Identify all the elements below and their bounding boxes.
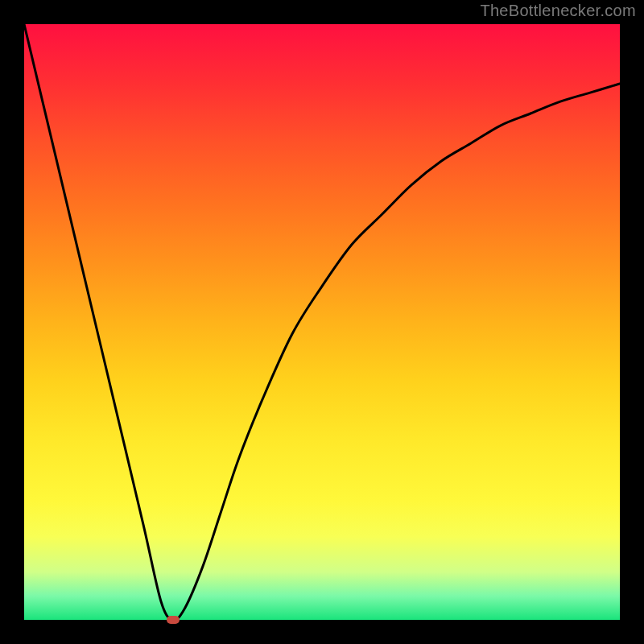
chart-frame: TheBottlenecker.com bbox=[0, 0, 644, 644]
watermark-text: TheBottlenecker.com bbox=[480, 2, 636, 20]
minimum-marker bbox=[167, 616, 180, 624]
plot-area bbox=[24, 24, 620, 620]
curve-svg bbox=[24, 24, 620, 620]
bottleneck-curve-path bbox=[24, 24, 620, 620]
